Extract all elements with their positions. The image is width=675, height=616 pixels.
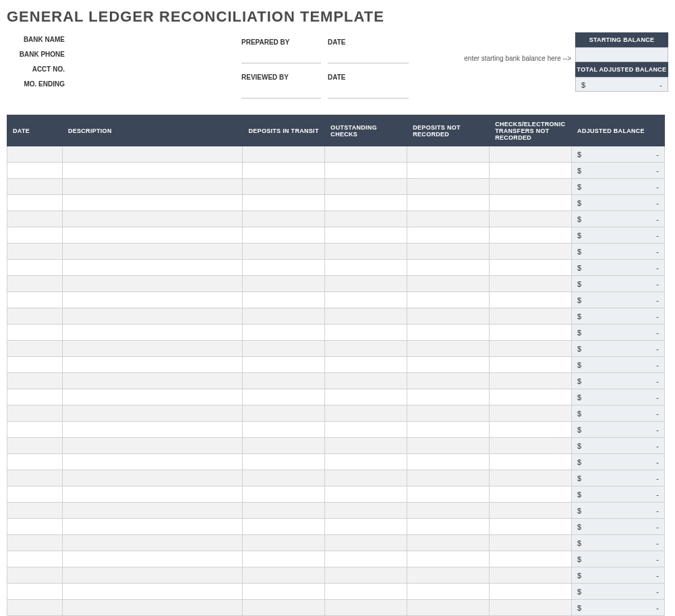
table-cell[interactable]: [62, 325, 243, 341]
table-cell[interactable]: [243, 600, 325, 616]
table-cell[interactable]: [243, 405, 325, 422]
table-cell[interactable]: [7, 470, 63, 486]
table-cell[interactable]: [490, 325, 572, 341]
table-cell[interactable]: [490, 389, 572, 405]
table-cell[interactable]: [7, 454, 63, 470]
table-cell[interactable]: [325, 567, 407, 584]
table-cell[interactable]: [243, 195, 325, 211]
table-cell[interactable]: [243, 357, 325, 373]
table-cell[interactable]: [490, 600, 572, 616]
table-cell[interactable]: [407, 486, 490, 503]
table-cell[interactable]: [7, 438, 63, 454]
table-cell[interactable]: [490, 308, 572, 325]
table-cell[interactable]: [243, 341, 325, 357]
table-cell[interactable]: [243, 308, 325, 325]
table-cell[interactable]: [7, 357, 63, 373]
table-cell[interactable]: [7, 422, 63, 438]
table-cell[interactable]: [325, 179, 407, 195]
table-cell[interactable]: [7, 389, 63, 405]
table-cell[interactable]: [243, 551, 325, 567]
table-cell[interactable]: [407, 519, 490, 535]
table-cell[interactable]: [325, 535, 407, 551]
table-cell[interactable]: [62, 519, 243, 535]
table-cell[interactable]: [325, 486, 407, 503]
table-cell[interactable]: [325, 244, 407, 260]
table-cell[interactable]: [325, 600, 407, 616]
table-cell[interactable]: [325, 325, 407, 341]
table-cell[interactable]: [490, 551, 572, 567]
table-cell[interactable]: [62, 276, 243, 292]
table-cell[interactable]: [325, 260, 407, 276]
table-cell[interactable]: [325, 308, 407, 325]
table-cell[interactable]: [407, 341, 490, 357]
table-cell[interactable]: [490, 244, 572, 260]
table-cell[interactable]: [62, 503, 243, 519]
table-cell[interactable]: [62, 567, 243, 584]
table-cell[interactable]: [62, 308, 243, 325]
table-cell[interactable]: [490, 422, 572, 438]
table-cell[interactable]: [325, 357, 407, 373]
table-cell[interactable]: [7, 195, 63, 211]
table-cell[interactable]: [407, 438, 490, 454]
table-cell[interactable]: [62, 163, 243, 179]
table-cell[interactable]: [325, 470, 407, 486]
table-cell[interactable]: [407, 179, 490, 195]
table-cell[interactable]: [490, 260, 572, 276]
input-date-2[interactable]: [328, 85, 409, 99]
table-cell[interactable]: [62, 195, 243, 211]
input-prepared-by[interactable]: [241, 50, 321, 63]
table-cell[interactable]: [490, 438, 572, 454]
table-cell[interactable]: [7, 308, 63, 325]
table-cell[interactable]: [490, 179, 572, 195]
table-cell[interactable]: [243, 227, 325, 244]
table-cell[interactable]: [490, 357, 572, 373]
table-cell[interactable]: [243, 454, 325, 470]
table-cell[interactable]: [7, 146, 63, 163]
table-cell[interactable]: [7, 535, 63, 551]
table-cell[interactable]: [490, 486, 572, 503]
starting-balance-cell[interactable]: [575, 47, 668, 62]
input-date-1[interactable]: [328, 50, 409, 63]
table-cell[interactable]: [325, 227, 407, 244]
table-cell[interactable]: [62, 535, 243, 551]
table-cell[interactable]: [490, 470, 572, 486]
table-cell[interactable]: [243, 179, 325, 195]
table-cell[interactable]: [243, 438, 325, 454]
table-cell[interactable]: [243, 584, 325, 600]
table-cell[interactable]: [62, 584, 243, 600]
table-cell[interactable]: [62, 179, 243, 195]
table-cell[interactable]: [243, 325, 325, 341]
table-cell[interactable]: [7, 260, 63, 276]
table-cell[interactable]: [243, 535, 325, 551]
table-cell[interactable]: [325, 422, 407, 438]
table-cell[interactable]: [325, 292, 407, 308]
table-cell[interactable]: [62, 486, 243, 503]
table-cell[interactable]: [62, 600, 243, 616]
table-cell[interactable]: [407, 389, 490, 405]
table-cell[interactable]: [62, 551, 243, 567]
table-cell[interactable]: [243, 422, 325, 438]
table-cell[interactable]: [7, 341, 63, 357]
table-cell[interactable]: [407, 357, 490, 373]
table-cell[interactable]: [62, 422, 243, 438]
table-cell[interactable]: [407, 600, 490, 616]
table-cell[interactable]: [407, 405, 490, 422]
table-cell[interactable]: [62, 227, 243, 244]
table-cell[interactable]: [490, 195, 572, 211]
table-cell[interactable]: [325, 341, 407, 357]
table-cell[interactable]: [243, 486, 325, 503]
table-cell[interactable]: [325, 405, 407, 422]
table-cell[interactable]: [490, 227, 572, 244]
table-cell[interactable]: [407, 276, 490, 292]
table-cell[interactable]: [7, 584, 63, 600]
table-cell[interactable]: [407, 503, 490, 519]
table-cell[interactable]: [407, 535, 490, 551]
table-cell[interactable]: [62, 357, 243, 373]
table-cell[interactable]: [325, 389, 407, 405]
table-cell[interactable]: [490, 584, 572, 600]
table-cell[interactable]: [490, 503, 572, 519]
table-cell[interactable]: [62, 389, 243, 405]
table-cell[interactable]: [243, 373, 325, 389]
table-cell[interactable]: [243, 567, 325, 584]
table-cell[interactable]: [7, 211, 63, 227]
